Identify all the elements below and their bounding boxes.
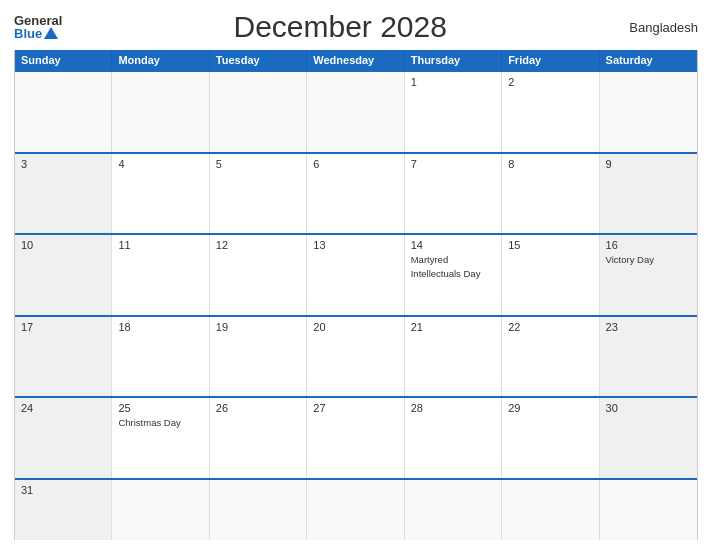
country-label: Bangladesh <box>618 20 698 35</box>
day-number: 8 <box>508 158 592 170</box>
header-tuesday: Tuesday <box>210 50 307 70</box>
day-number: 14 <box>411 239 495 251</box>
cal-cell: 13 <box>307 235 404 315</box>
day-number: 5 <box>216 158 300 170</box>
cal-cell <box>307 480 404 540</box>
day-number: 24 <box>21 402 105 414</box>
cal-cell: 11 <box>112 235 209 315</box>
cal-cell: 14Martyred Intellectuals Day <box>405 235 502 315</box>
header-thursday: Thursday <box>405 50 502 70</box>
day-number: 23 <box>606 321 691 333</box>
calendar-header: Sunday Monday Tuesday Wednesday Thursday… <box>15 50 697 70</box>
day-number: 30 <box>606 402 691 414</box>
calendar-grid: Sunday Monday Tuesday Wednesday Thursday… <box>14 50 698 540</box>
cal-cell: 19 <box>210 317 307 397</box>
day-number: 1 <box>411 76 495 88</box>
header-wednesday: Wednesday <box>307 50 404 70</box>
week-row-2: 3456789 <box>15 152 697 234</box>
cal-cell <box>502 480 599 540</box>
cal-cell: 26 <box>210 398 307 478</box>
cal-cell: 7 <box>405 154 502 234</box>
cal-cell: 17 <box>15 317 112 397</box>
cal-cell: 4 <box>112 154 209 234</box>
cal-cell: 27 <box>307 398 404 478</box>
header: General Blue December 2028 Bangladesh <box>14 10 698 44</box>
cal-cell <box>210 72 307 152</box>
day-number: 16 <box>606 239 691 251</box>
day-number: 13 <box>313 239 397 251</box>
day-number: 18 <box>118 321 202 333</box>
cal-cell: 28 <box>405 398 502 478</box>
calendar-body: 1234567891011121314Martyred Intellectual… <box>15 70 697 540</box>
cal-cell: 16Victory Day <box>600 235 697 315</box>
header-friday: Friday <box>502 50 599 70</box>
day-number: 12 <box>216 239 300 251</box>
cal-cell: 12 <box>210 235 307 315</box>
cal-cell: 24 <box>15 398 112 478</box>
day-number: 7 <box>411 158 495 170</box>
day-number: 22 <box>508 321 592 333</box>
cal-cell: 20 <box>307 317 404 397</box>
logo: General Blue <box>14 14 62 40</box>
day-number: 10 <box>21 239 105 251</box>
header-monday: Monday <box>112 50 209 70</box>
cal-cell: 31 <box>15 480 112 540</box>
day-number: 3 <box>21 158 105 170</box>
day-number: 11 <box>118 239 202 251</box>
cal-cell <box>112 480 209 540</box>
calendar-page: General Blue December 2028 Bangladesh Su… <box>0 0 712 550</box>
day-number: 19 <box>216 321 300 333</box>
day-number: 4 <box>118 158 202 170</box>
cal-cell: 10 <box>15 235 112 315</box>
cal-cell: 29 <box>502 398 599 478</box>
day-number: 26 <box>216 402 300 414</box>
cal-cell: 23 <box>600 317 697 397</box>
week-row-last: 31 <box>15 478 697 540</box>
day-number: 29 <box>508 402 592 414</box>
cal-cell: 3 <box>15 154 112 234</box>
day-number: 20 <box>313 321 397 333</box>
day-number: 31 <box>21 484 105 496</box>
day-number: 28 <box>411 402 495 414</box>
cal-cell: 2 <box>502 72 599 152</box>
cal-cell: 5 <box>210 154 307 234</box>
cal-cell <box>405 480 502 540</box>
event-label: Christmas Day <box>118 417 180 428</box>
cal-cell <box>600 72 697 152</box>
cal-cell: 9 <box>600 154 697 234</box>
cal-cell <box>210 480 307 540</box>
day-number: 9 <box>606 158 691 170</box>
cal-cell <box>15 72 112 152</box>
day-number: 21 <box>411 321 495 333</box>
cal-cell: 21 <box>405 317 502 397</box>
cal-cell <box>307 72 404 152</box>
day-number: 15 <box>508 239 592 251</box>
cal-cell: 1 <box>405 72 502 152</box>
week-row-4: 17181920212223 <box>15 315 697 397</box>
month-title: December 2028 <box>62 10 618 44</box>
cal-cell: 6 <box>307 154 404 234</box>
logo-blue-text: Blue <box>14 27 62 40</box>
day-number: 27 <box>313 402 397 414</box>
cal-cell: 8 <box>502 154 599 234</box>
day-number: 6 <box>313 158 397 170</box>
day-number: 25 <box>118 402 202 414</box>
event-label: Victory Day <box>606 254 654 265</box>
week-row-5: 2425Christmas Day2627282930 <box>15 396 697 478</box>
day-number: 17 <box>21 321 105 333</box>
event-label: Martyred Intellectuals Day <box>411 254 481 278</box>
cal-cell: 15 <box>502 235 599 315</box>
day-number: 2 <box>508 76 592 88</box>
cal-cell <box>112 72 209 152</box>
cal-cell: 18 <box>112 317 209 397</box>
cal-cell: 22 <box>502 317 599 397</box>
logo-triangle-icon <box>44 27 58 39</box>
cal-cell: 25Christmas Day <box>112 398 209 478</box>
cal-cell <box>600 480 697 540</box>
header-saturday: Saturday <box>600 50 697 70</box>
cal-cell: 30 <box>600 398 697 478</box>
week-row-3: 1011121314Martyred Intellectuals Day1516… <box>15 233 697 315</box>
header-sunday: Sunday <box>15 50 112 70</box>
week-row-1: 12 <box>15 70 697 152</box>
